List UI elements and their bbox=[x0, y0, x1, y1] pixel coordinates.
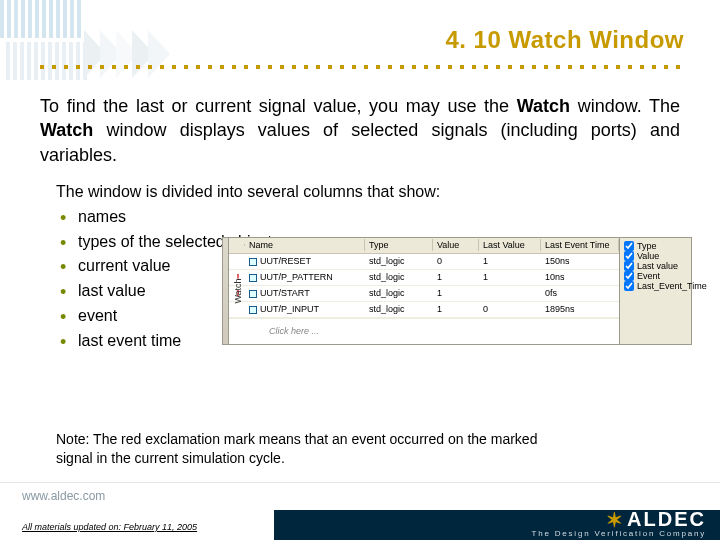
checkbox[interactable] bbox=[624, 281, 634, 291]
lead-paragraph: To find the last or current signal value… bbox=[36, 94, 684, 167]
watch-col-header[interactable]: Last Value bbox=[479, 239, 541, 251]
cell-last-value: 1 bbox=[479, 272, 541, 282]
watch-sidebar-tab-label: Watch bbox=[233, 278, 243, 303]
cell-name: UUT/P_INPUT bbox=[245, 304, 365, 314]
footer-logo: ✶ALDEC The Design Verification Company bbox=[531, 507, 706, 538]
cell-name: UUT/P_PATTERN bbox=[245, 272, 365, 282]
signal-icon bbox=[249, 306, 257, 314]
cell-name: UUT/RESET bbox=[245, 256, 365, 266]
checkbox[interactable] bbox=[624, 261, 634, 271]
watch-sidebar-tab[interactable]: Watch bbox=[223, 238, 229, 344]
cell-last-event-time: 150ns bbox=[541, 256, 619, 266]
table-row[interactable]: ! UUT/P_PATTERN std_logic 1 1 10ns bbox=[229, 270, 619, 286]
lead-bold-2: Watch bbox=[40, 120, 93, 140]
cell-value: 0 bbox=[433, 256, 479, 266]
signal-icon bbox=[249, 290, 257, 298]
checkbox[interactable] bbox=[624, 251, 634, 261]
column-toggle[interactable]: Type bbox=[624, 241, 687, 251]
slide-footer: www.aldec.com All materials updated on: … bbox=[0, 482, 720, 540]
cell-last-value: 1 bbox=[479, 256, 541, 266]
table-row[interactable]: ! UUT/START std_logic 1 0fs bbox=[229, 286, 619, 302]
columns-intro: The window is divided into several colum… bbox=[56, 183, 684, 201]
watch-col-header[interactable] bbox=[229, 244, 245, 246]
cell-type: std_logic bbox=[365, 304, 433, 314]
cell-value: 1 bbox=[433, 304, 479, 314]
footer-updated: All materials updated on: February 11, 2… bbox=[22, 522, 197, 532]
watch-table-header: Name Type Value Last Value Last Event Ti… bbox=[229, 238, 619, 254]
lead-bold-1: Watch bbox=[517, 96, 570, 116]
watch-col-header[interactable]: Value bbox=[433, 239, 479, 251]
title-divider bbox=[36, 64, 684, 70]
cell-name: UUT/START bbox=[245, 288, 365, 298]
cell-last-value: 0 bbox=[479, 304, 541, 314]
logo-burst-icon: ✶ bbox=[606, 508, 625, 532]
cell-last-event-time: 10ns bbox=[541, 272, 619, 282]
cell-last-event-time: 0fs bbox=[541, 288, 619, 298]
cell-value: 1 bbox=[433, 272, 479, 282]
lead-text: window. The bbox=[570, 96, 680, 116]
column-toggle[interactable]: Event bbox=[624, 271, 687, 281]
cell-type: std_logic bbox=[365, 288, 433, 298]
cell-value: 1 bbox=[433, 288, 479, 298]
cell-type: std_logic bbox=[365, 272, 433, 282]
cell-last-event-time: 1895ns bbox=[541, 304, 619, 314]
column-toggle[interactable]: Last_Event_Time bbox=[624, 281, 687, 291]
logo-text: ALDEC bbox=[627, 508, 706, 530]
watch-col-header[interactable]: Name bbox=[245, 239, 365, 251]
lead-text: window displays values of selected signa… bbox=[40, 120, 680, 164]
watch-col-header[interactable]: Last Event Time bbox=[541, 239, 619, 251]
watch-table: Name Type Value Last Value Last Event Ti… bbox=[229, 238, 619, 344]
signal-icon bbox=[249, 258, 257, 266]
watch-window: Watch Name Type Value Last Value Last Ev… bbox=[222, 237, 692, 345]
slide-title: 4. 10 Watch Window bbox=[36, 26, 684, 54]
column-toggle[interactable]: Last value bbox=[624, 261, 687, 271]
column-toggle[interactable]: Value bbox=[624, 251, 687, 261]
footer-url: www.aldec.com bbox=[22, 489, 105, 503]
table-row[interactable]: UUT/P_INPUT std_logic 1 0 1895ns bbox=[229, 302, 619, 318]
watch-columns-panel: Type Value Last value Event Last_Event_T… bbox=[619, 238, 691, 344]
note-text: Note: The red exclamation mark means tha… bbox=[56, 430, 576, 468]
lead-text: To find the last or current signal value… bbox=[40, 96, 517, 116]
watch-col-header[interactable]: Type bbox=[365, 239, 433, 251]
list-item: names bbox=[56, 205, 684, 230]
watch-hint[interactable]: Click here ... bbox=[229, 318, 619, 344]
checkbox[interactable] bbox=[624, 241, 634, 251]
cell-type: std_logic bbox=[365, 256, 433, 266]
checkbox[interactable] bbox=[624, 271, 634, 281]
signal-icon bbox=[249, 274, 257, 282]
table-row[interactable]: UUT/RESET std_logic 0 1 150ns bbox=[229, 254, 619, 270]
